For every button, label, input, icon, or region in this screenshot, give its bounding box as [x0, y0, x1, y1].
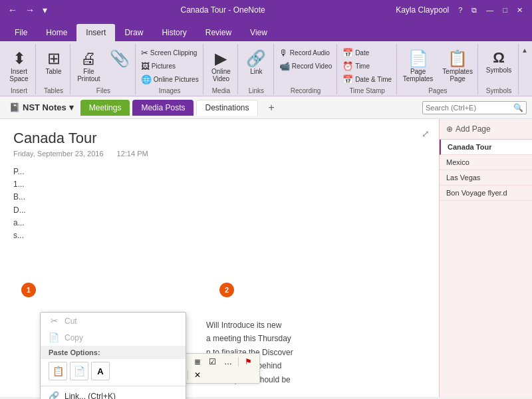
add-page-icon: ⊕: [446, 124, 453, 134]
omega-icon: Ω: [493, 49, 505, 66]
page-date: Friday, September 23, 2016: [13, 150, 104, 158]
paste-format-button[interactable]: A: [91, 362, 110, 380]
copy-icon: 📄: [49, 332, 59, 342]
attach-file-button[interactable]: 📎: [106, 47, 134, 70]
fmt-separator-2: [238, 357, 239, 366]
time-button[interactable]: ⏰ Time: [340, 60, 394, 72]
table-icon: ⊞: [47, 49, 61, 68]
page-templates-button[interactable]: 📄 Page Templates: [399, 47, 438, 85]
ctx-copy[interactable]: 📄 Copy: [41, 329, 186, 346]
pictures-button[interactable]: 🖼 Pictures: [138, 60, 201, 72]
numbered-list-button[interactable]: ≣: [191, 356, 204, 368]
file-printout-icon: 🖨: [80, 49, 96, 68]
ribbon-group-images: ✂ Screen Clipping 🖼 Pictures 🌐 Online Pi…: [137, 44, 203, 94]
add-section-button[interactable]: +: [261, 99, 283, 116]
insert-space-button[interactable]: ⬍ Insert Space: [5, 47, 32, 85]
expand-icon[interactable]: ⤢: [422, 128, 430, 139]
page-body[interactable]: P... 1... B... D... a... s...: [13, 166, 426, 242]
record-audio-button[interactable]: 🎙 Record Audio: [277, 47, 334, 59]
tab-media-posts[interactable]: Media Posts: [132, 100, 194, 116]
ribbon-group-media-label: Media: [212, 86, 230, 94]
templates-page-button[interactable]: 📋 Templates Page: [438, 47, 477, 85]
ctx-separator-1: [41, 386, 186, 386]
camera-icon: 📹: [279, 61, 290, 71]
ribbon-group-images-label: Images: [159, 86, 181, 94]
page-list-item-bon-voyage[interactable]: Bon Voyage flyer.d: [440, 186, 532, 201]
ribbon-group-tables: ⊞ Table Tables: [37, 44, 70, 94]
link-button[interactable]: 🔗 Link: [242, 47, 270, 78]
notebook-chevron: ▾: [69, 102, 74, 112]
page-list-item-las-vegas[interactable]: Las Vegas: [440, 170, 532, 186]
page-meta: Friday, September 23, 2016 12:14 PM: [13, 150, 426, 158]
file-printout-button[interactable]: 🖨 File Printout: [73, 47, 104, 85]
tab-meetings[interactable]: Meetings: [80, 100, 130, 116]
ribbon-content: ⬍ Insert Space Insert ⊞ Table Tables 🖨 F…: [0, 41, 532, 96]
templates-page-icon: 📋: [448, 49, 467, 68]
ctx-cut[interactable]: ✂ Cut: [41, 313, 186, 329]
ribbon-group-links-label: Links: [249, 86, 264, 94]
more-icon[interactable]: ▾: [40, 3, 50, 17]
restore-button[interactable]: ⧉: [467, 5, 481, 16]
ribbon-group-symbols: Ω Symbols Symbols: [479, 44, 519, 94]
ribbon-tabs: File Home Insert Draw History Review Vie…: [0, 20, 532, 41]
table-button[interactable]: ⊞ Table: [42, 47, 66, 78]
pictures-icon: 🖼: [141, 61, 150, 71]
record-video-button[interactable]: 📹 Record Video: [277, 60, 334, 72]
search-icon[interactable]: 🔍: [513, 103, 523, 112]
notebook-bar: 📓 NST Notes ▾ Meetings Media Posts Desti…: [0, 96, 532, 119]
screen-clipping-button[interactable]: ✂ Screen Clipping: [138, 47, 201, 59]
tab-file[interactable]: File: [5, 24, 37, 41]
help-button[interactable]: ?: [454, 5, 466, 16]
search-bar[interactable]: 🔍: [422, 101, 527, 114]
ribbon-group-timestamp-label: Time Stamp: [349, 86, 385, 94]
tab-home[interactable]: Home: [37, 24, 76, 41]
video-icon: ▶: [215, 49, 227, 68]
online-pictures-button[interactable]: 🌐 Online Pictures: [138, 73, 201, 86]
tab-destinations[interactable]: Destinations: [196, 100, 257, 116]
datetime-button[interactable]: 📅 Date & Time: [340, 73, 394, 86]
symbols-button[interactable]: Ω Symbols: [482, 47, 515, 76]
tab-draw[interactable]: Draw: [115, 24, 152, 41]
close-button[interactable]: ✕: [513, 5, 527, 16]
main-area: ⤢ Canada Tour Friday, September 23, 2016…: [0, 119, 532, 397]
title-bar: ← → ▾ Canada Tour - OneNote Kayla Claypo…: [0, 0, 532, 20]
right-sidebar: ⊕ Add Page Canada Tour Mexico Las Vegas …: [439, 119, 532, 397]
online-pictures-icon: 🌐: [141, 74, 152, 84]
paste-text-button[interactable]: 📄: [70, 362, 88, 380]
page-list-item-mexico[interactable]: Mexico: [440, 155, 532, 170]
tab-view[interactable]: View: [241, 24, 277, 41]
tab-insert[interactable]: Insert: [76, 24, 115, 41]
paste-default-button[interactable]: 📋: [49, 362, 67, 380]
insert-space-icon: ⬍: [13, 49, 26, 68]
more-format-button[interactable]: …: [221, 356, 235, 368]
online-video-button[interactable]: ▶ Online Video: [207, 47, 235, 85]
tab-history[interactable]: History: [152, 24, 196, 41]
notebook-name[interactable]: 📓 NST Notes ▾: [5, 101, 78, 114]
check-button[interactable]: ☑: [205, 356, 219, 368]
cut-icon: ✂: [49, 316, 59, 326]
time-icon: ⏰: [342, 61, 353, 71]
add-page-button[interactable]: ⊕ Add Page: [440, 119, 532, 140]
ctx-link[interactable]: 🔗 Link... (Ctrl+K): [41, 388, 186, 399]
forward-icon[interactable]: →: [23, 3, 37, 17]
ribbon-group-media: ▶ Online Video Media: [205, 44, 238, 94]
date-button[interactable]: 📅 Date: [340, 47, 394, 59]
window-title: Canada Tour - OneNote: [50, 5, 396, 15]
ribbon-group-pages-label: Pages: [428, 86, 447, 94]
maximize-button[interactable]: □: [499, 5, 511, 16]
page-time: 12:14 PM: [117, 150, 148, 158]
search-input[interactable]: [426, 104, 512, 112]
back-icon[interactable]: ←: [5, 3, 20, 17]
link-ctx-icon: 🔗: [49, 391, 59, 399]
ribbon-group-tables-label: Tables: [44, 86, 63, 94]
tab-review[interactable]: Review: [196, 24, 241, 41]
page-list-item-canada-tour[interactable]: Canada Tour: [440, 140, 532, 155]
title-bar-nav[interactable]: ← → ▾: [5, 3, 50, 17]
window-controls[interactable]: ? ⧉ — □ ✕: [454, 5, 527, 16]
ribbon-group-insert-label: Insert: [11, 86, 27, 94]
ribbon-collapse-button[interactable]: ▲: [520, 44, 529, 94]
minimize-button[interactable]: —: [482, 5, 497, 16]
flag-button[interactable]: ⚑: [241, 356, 255, 368]
ribbon-group-pages: 📄 Page Templates 📋 Templates Page Pages: [398, 44, 478, 94]
clear-format-button[interactable]: ✕: [191, 369, 204, 381]
